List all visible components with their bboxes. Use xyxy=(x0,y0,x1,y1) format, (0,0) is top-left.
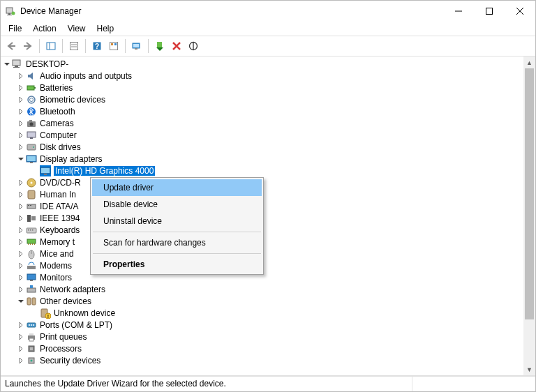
svg-rect-56 xyxy=(27,239,36,243)
expand-arrow-icon[interactable] xyxy=(16,190,26,199)
context-menu-item[interactable]: Update driver xyxy=(92,179,262,196)
tree-category[interactable]: Biometric devices xyxy=(1,93,523,105)
expand-arrow-icon[interactable] xyxy=(16,273,26,282)
expand-arrow-icon[interactable] xyxy=(2,59,12,69)
expand-arrow-icon[interactable] xyxy=(16,130,26,140)
expand-arrow-icon[interactable] xyxy=(30,308,40,318)
computerRoot-icon xyxy=(12,59,23,70)
expand-arrow-icon[interactable] xyxy=(16,356,26,365)
tree-item-label: Unknown device xyxy=(54,308,115,318)
cpu-icon xyxy=(26,343,37,354)
vertical-scrollbar[interactable]: ▲ ▼ xyxy=(523,56,535,375)
tree-category[interactable]: Processors xyxy=(1,342,523,354)
printer-icon xyxy=(26,331,37,342)
tree-category[interactable]: Network adapters xyxy=(1,283,523,295)
svg-rect-69 xyxy=(32,298,36,305)
action-button[interactable] xyxy=(106,38,121,54)
forward-button[interactable] xyxy=(20,38,36,54)
expand-arrow-icon[interactable] xyxy=(30,166,40,176)
tree-category[interactable]: Security devices xyxy=(1,354,523,366)
close-button[interactable] xyxy=(505,1,535,22)
back-button[interactable] xyxy=(3,38,19,54)
scroll-down-button[interactable]: ▼ xyxy=(523,363,535,375)
menu-file[interactable]: File xyxy=(3,22,27,35)
minimize-button[interactable] xyxy=(443,1,474,22)
tree-item-label: Display adapters xyxy=(40,154,102,164)
expand-arrow-icon[interactable] xyxy=(16,332,26,342)
expand-arrow-icon[interactable] xyxy=(16,178,26,188)
expand-arrow-icon[interactable] xyxy=(16,320,26,330)
ide-icon xyxy=(26,201,37,212)
expand-arrow-icon[interactable] xyxy=(16,296,26,306)
properties-button[interactable] xyxy=(66,38,82,54)
expand-arrow-icon[interactable] xyxy=(16,213,26,223)
tree-category[interactable]: Cameras xyxy=(1,117,523,129)
svg-rect-81 xyxy=(30,347,33,350)
toolbar-separator xyxy=(148,39,149,53)
svg-rect-2 xyxy=(7,15,12,15)
scroll-up-button[interactable]: ▲ xyxy=(523,56,535,68)
svg-rect-43 xyxy=(44,174,47,175)
context-menu-item[interactable]: Scan for hardware changes xyxy=(92,234,262,251)
biometric-icon xyxy=(26,94,37,105)
expand-arrow-icon[interactable] xyxy=(16,249,26,259)
expand-arrow-icon[interactable] xyxy=(16,142,26,152)
svg-rect-68 xyxy=(27,298,31,305)
context-menu-item[interactable]: Properties xyxy=(92,256,262,273)
context-menu-separator xyxy=(93,253,261,254)
maximize-button[interactable] xyxy=(474,1,505,22)
tree-category[interactable]: Audio inputs and outputs xyxy=(1,70,523,82)
menu-action[interactable]: Action xyxy=(28,22,61,35)
svg-rect-33 xyxy=(29,120,32,121)
security-icon xyxy=(26,355,37,366)
expand-arrow-icon[interactable] xyxy=(16,71,26,81)
expand-arrow-icon[interactable] xyxy=(16,95,26,105)
svg-rect-58 xyxy=(30,243,31,245)
svg-point-83 xyxy=(31,359,33,361)
tree-device[interactable]: Intel(R) HD Graphics 4000 xyxy=(1,165,523,176)
computer-icon xyxy=(26,130,37,141)
tree-item-label: Memory t xyxy=(40,237,75,247)
expand-arrow-icon[interactable] xyxy=(16,83,26,93)
expand-arrow-icon[interactable] xyxy=(16,261,26,271)
svg-point-45 xyxy=(31,181,33,183)
battery-icon xyxy=(26,82,37,93)
disable-button[interactable] xyxy=(186,38,201,54)
expand-arrow-icon[interactable] xyxy=(16,344,26,354)
expand-arrow-icon[interactable] xyxy=(16,154,26,164)
tree-category[interactable]: Computer xyxy=(1,129,523,141)
expand-arrow-icon[interactable] xyxy=(16,285,26,294)
tree-category[interactable]: Ports (COM & LPT) xyxy=(1,319,523,331)
tree-item-label: Modems xyxy=(40,261,72,271)
menu-view[interactable]: View xyxy=(63,22,91,35)
expand-arrow-icon[interactable] xyxy=(16,237,26,247)
tree-category[interactable]: Batteries xyxy=(1,82,523,93)
tree-category[interactable]: Disk drives xyxy=(1,141,523,153)
tree-category[interactable]: Print queues xyxy=(1,331,523,342)
context-menu-item[interactable]: Uninstall device xyxy=(92,213,262,229)
tree-item-label: Disk drives xyxy=(40,142,81,152)
tree-category[interactable]: Other devices xyxy=(1,295,523,307)
scroll-thumb[interactable] xyxy=(525,68,534,319)
expand-arrow-icon[interactable] xyxy=(16,202,26,211)
tree-category[interactable]: Display adapters xyxy=(1,153,523,165)
tree-item-label: Network adapters xyxy=(40,285,105,294)
update-driver-toolbar-button[interactable] xyxy=(152,38,168,54)
menu-help[interactable]: Help xyxy=(92,22,119,35)
tree-root[interactable]: DESKTOP- xyxy=(1,58,523,70)
help-button[interactable]: ? xyxy=(89,38,105,54)
expand-arrow-icon[interactable] xyxy=(16,225,26,235)
scan-hardware-button[interactable] xyxy=(129,38,144,54)
tree-item-label: Audio inputs and outputs xyxy=(40,71,132,81)
monitor-icon xyxy=(26,272,37,283)
uninstall-button[interactable] xyxy=(169,38,184,54)
show-hidden-button[interactable] xyxy=(43,38,59,54)
tree-category[interactable]: Bluetooth xyxy=(1,105,523,117)
context-menu-item[interactable]: Disable device xyxy=(92,196,262,213)
expand-arrow-icon[interactable] xyxy=(16,119,26,128)
expand-arrow-icon[interactable] xyxy=(16,107,26,116)
content-area: DESKTOP-Audio inputs and outputsBatterie… xyxy=(1,56,535,376)
toolbar-separator xyxy=(39,39,40,53)
tree-device[interactable]: !Unknown device xyxy=(1,307,523,319)
tree-item-label: IDE ATA/A xyxy=(40,202,79,211)
